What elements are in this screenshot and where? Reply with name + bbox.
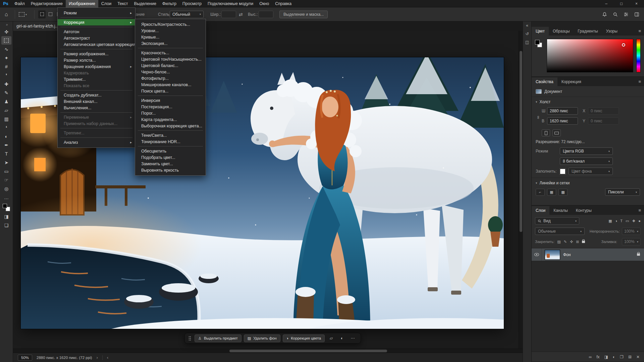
image-menu-item[interactable]: Внешний канал... <box>58 98 135 105</box>
workspace-layout-icon[interactable] <box>634 12 639 17</box>
marquee-tool[interactable] <box>1 36 11 45</box>
color-panel-tab[interactable]: Образцы <box>549 27 574 36</box>
adjustments-menu-item[interactable]: Карта градиента... <box>135 116 206 123</box>
adjustments-menu-item[interactable]: Тонирование HDR... <box>135 138 206 145</box>
saturation-brightness-field[interactable] <box>547 39 633 72</box>
close-button[interactable]: × <box>629 0 644 7</box>
healing-brush-tool[interactable]: ✚ <box>1 80 11 88</box>
adjustments-menu-item[interactable]: Яркость/Контрастность... <box>135 21 206 27</box>
image-menu-item[interactable]: Коррекция▸ <box>58 19 135 25</box>
layers-panel-tab[interactable]: Слои <box>532 206 549 215</box>
adjustments-menu-item[interactable]: Порог... <box>135 110 206 116</box>
style-select[interactable]: Обычный ▾ <box>170 11 204 18</box>
color-panel-tab[interactable]: Цвет <box>532 27 549 36</box>
select-and-mask-button[interactable]: Выделение и маска... <box>279 10 328 18</box>
layer-fill-field[interactable]: 100% ▾ <box>622 238 641 245</box>
status-collapse-icon[interactable]: ‹ <box>107 355 108 360</box>
hand-tool[interactable]: ☞ <box>1 176 11 184</box>
adjustments-menu-item[interactable]: Экспозиция... <box>135 40 206 47</box>
lock-position-icon[interactable]: ✜ <box>570 240 573 244</box>
adjustments-menu-item[interactable]: Постеризация... <box>135 104 206 110</box>
units-select[interactable]: Пиксели ▾ <box>605 188 640 196</box>
eraser-tool[interactable]: ▱ <box>1 106 11 114</box>
foreground-color-swatch[interactable] <box>535 40 540 45</box>
foreground-color-swatch[interactable] <box>3 204 7 208</box>
adjustments-menu-item[interactable]: Черно-белое... <box>135 69 206 75</box>
more-options-icon[interactable]: ⋯ <box>348 335 357 342</box>
status-options-icon[interactable]: › <box>96 355 98 360</box>
properties-panel-tab[interactable]: Свойства <box>532 77 557 86</box>
minimize-button[interactable]: – <box>599 0 614 7</box>
image-menu-item[interactable]: Вычисления... <box>58 105 135 111</box>
layer-effects-icon[interactable]: fx <box>596 355 599 359</box>
properties-panel-tab[interactable]: Коррекция <box>557 77 585 86</box>
tool-preset-picker[interactable]: ▾ <box>19 12 27 16</box>
layer-visibility-toggle[interactable] <box>532 248 542 261</box>
menubar-item-5[interactable]: Текст <box>114 0 131 7</box>
vertical-scroll-thumb[interactable] <box>520 51 522 232</box>
screen-mode-icon[interactable]: ❏ <box>1 221 11 229</box>
adjustments-menu-item[interactable]: Фотофильтр... <box>135 75 206 81</box>
taskbar-button-3[interactable]: ◑Коррекция цвета <box>283 335 325 342</box>
image-menu-item[interactable]: Тримминг... <box>58 76 135 82</box>
path-selection-tool[interactable]: ➤ <box>1 158 11 167</box>
collapse-tools-icon[interactable]: » <box>2 22 12 27</box>
zoom-tool[interactable]: ◎ <box>1 184 11 193</box>
menubar-item-1[interactable]: Файл <box>11 0 28 7</box>
adjustments-menu-item[interactable]: Инверсия <box>135 97 206 104</box>
filter-type-layers-icon[interactable]: T <box>620 219 623 223</box>
rulers-icon[interactable]: ⌐ <box>536 189 545 196</box>
menubar-item-7[interactable]: Фильтр <box>159 0 179 7</box>
type-tool[interactable]: T <box>1 149 11 158</box>
vertical-scrollbar[interactable] <box>519 31 523 349</box>
zoom-level-field[interactable]: 50% <box>18 355 32 361</box>
foreground-background-mini-swatches[interactable] <box>534 39 544 72</box>
horizontal-scrollbar[interactable] <box>13 349 523 353</box>
canvas-height-field[interactable]: 1620 пикс <box>547 117 578 125</box>
fill-color-swatch[interactable] <box>560 169 566 174</box>
blend-mode-select[interactable]: Обычные ▾ <box>535 228 585 235</box>
adjustments-menu-item[interactable]: Подобрать цвет... <box>135 154 206 161</box>
lasso-tool[interactable]: ∿ <box>1 45 11 53</box>
delete-layer-icon[interactable]: ✕ <box>636 355 640 359</box>
blur-tool[interactable]: ❛ <box>1 123 11 132</box>
lock-artboard-icon[interactable]: ⊞ <box>576 240 579 244</box>
more-tools-icon[interactable]: … <box>1 193 11 201</box>
new-layer-icon[interactable]: ⊞ <box>628 355 632 359</box>
landscape-orientation-button[interactable] <box>552 129 561 136</box>
canvas-width-field[interactable]: 2880 пикс <box>547 107 578 115</box>
chevron-down-icon[interactable]: ▾ <box>536 181 537 185</box>
bit-depth-select[interactable]: 8 бит/канал ▾ <box>560 158 613 165</box>
link-dimensions-icon[interactable]: ∞ <box>536 107 542 127</box>
filter-smart-objects-icon[interactable]: ❖ <box>632 219 635 223</box>
adjustments-menu-item[interactable]: Заменить цвет... <box>135 161 206 167</box>
taskbar-button-2[interactable]: ▨Удалить фон <box>244 335 280 342</box>
filter-adjustment-layers-icon[interactable]: ◑ <box>615 219 618 223</box>
layer-row[interactable]: Фон <box>532 248 644 261</box>
adjustments-menu-item[interactable]: Кривые... <box>135 34 206 40</box>
move-tool[interactable]: ✜ <box>1 27 11 36</box>
adjustments-menu-item[interactable]: Цветовой баланс... <box>135 62 206 69</box>
portrait-orientation-button[interactable] <box>542 129 550 136</box>
image-menu-item[interactable]: Создать дубликат... <box>58 92 135 98</box>
history-panel-icon[interactable]: ↺ <box>525 32 529 36</box>
filter-pixel-layers-icon[interactable]: ▦ <box>608 219 612 223</box>
panel-menu-icon[interactable]: ≡ <box>638 28 641 34</box>
taskbar-drag-handle[interactable] <box>189 336 191 341</box>
dodge-tool[interactable]: ◐ <box>1 132 11 140</box>
grid-icon[interactable]: ▦ <box>547 189 556 196</box>
canvas-y-field[interactable]: 0 пикс <box>588 117 619 125</box>
menubar-item-6[interactable]: Выделение <box>131 0 159 7</box>
new-selection-icon[interactable] <box>38 10 46 18</box>
fill-select[interactable]: Цвет фона ▾ <box>569 168 613 175</box>
eyedropper-tool[interactable]: ❜ <box>1 71 11 79</box>
layer-mask-icon[interactable]: ◨ <box>604 355 608 359</box>
link-layers-icon[interactable]: ∞ <box>589 355 592 359</box>
adjustments-menu-item[interactable]: Выровнять яркость <box>135 167 206 173</box>
menubar-item-2[interactable]: Редактирование <box>28 0 66 7</box>
image-menu-item[interactable]: Автотон <box>58 28 135 35</box>
image-menu-item[interactable]: Режим▸ <box>58 10 135 16</box>
shape-tool[interactable]: ▭ <box>1 167 11 175</box>
adjustment-layer-icon[interactable]: ◐ <box>613 355 615 359</box>
lock-all-icon[interactable] <box>582 241 585 243</box>
